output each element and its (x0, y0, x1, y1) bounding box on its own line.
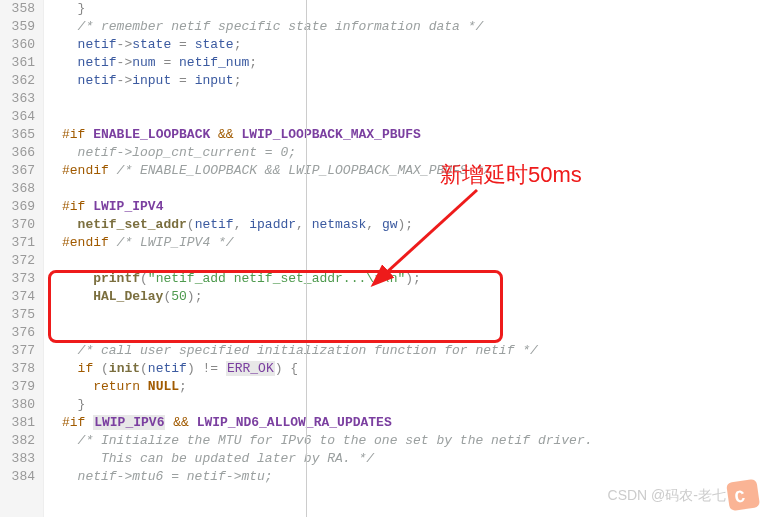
token: = (156, 55, 179, 70)
token: -> (117, 37, 133, 52)
code-line[interactable]: printf("netif_add netif_set_addr...\r\n"… (62, 270, 766, 288)
token: ; (179, 379, 187, 394)
code-line[interactable] (62, 306, 766, 324)
token: state (132, 37, 171, 52)
line-number: 371 (0, 234, 35, 252)
line-number: 381 (0, 414, 35, 432)
token: ); (187, 289, 203, 304)
code-line[interactable]: #if ENABLE_LOOPBACK && LWIP_LOOPBACK_MAX… (62, 126, 766, 144)
line-number: 372 (0, 252, 35, 270)
code-line[interactable]: #endif /* ENABLE_LOOPBACK && LWIP_LOOPBA… (62, 162, 766, 180)
token: if (62, 361, 101, 376)
line-number: 370 (0, 216, 35, 234)
code-line[interactable]: /* remember netif specific state informa… (62, 18, 766, 36)
line-number: 365 (0, 126, 35, 144)
code-line[interactable]: #if LWIP_IPV4 (62, 198, 766, 216)
token: #if (62, 199, 93, 214)
token: ; (234, 37, 242, 52)
token: netif (195, 217, 234, 232)
code-line[interactable]: HAL_Delay(50); (62, 288, 766, 306)
code-line[interactable] (62, 252, 766, 270)
code-line[interactable] (62, 180, 766, 198)
code-line[interactable]: netif->state = state; (62, 36, 766, 54)
code-line[interactable] (62, 108, 766, 126)
code-editor: 3583593603613623633643653663673683693703… (0, 0, 766, 517)
code-line[interactable]: netif_set_addr(netif, ipaddr, netmask, g… (62, 216, 766, 234)
token: ipaddr (249, 217, 296, 232)
token: state (195, 37, 234, 52)
token: 50 (171, 289, 187, 304)
token: NULL (148, 379, 179, 394)
token: input (195, 73, 234, 88)
line-number: 368 (0, 180, 35, 198)
line-number: 366 (0, 144, 35, 162)
annotation-text: 新增延时50ms (440, 160, 582, 190)
token: gw (382, 217, 398, 232)
watermark-text: CSDN @码农-老七 (608, 487, 726, 505)
token: netif (62, 37, 117, 52)
line-number: 362 (0, 72, 35, 90)
line-number: 378 (0, 360, 35, 378)
code-line[interactable]: /* Initialize the MTU for IPv6 to the on… (62, 432, 766, 450)
token: #if (62, 415, 93, 430)
token: && (210, 127, 241, 142)
code-line[interactable]: if (init(netif) != ERR_OK) { (62, 360, 766, 378)
token: , (296, 217, 312, 232)
token: netif (62, 73, 117, 88)
code-line[interactable]: /* call user specified initialization fu… (62, 342, 766, 360)
code-line[interactable]: netif->mtu6 = netif->mtu; (62, 468, 766, 486)
code-line[interactable]: #endif /* LWIP_IPV4 */ (62, 234, 766, 252)
token: , (234, 217, 250, 232)
code-line[interactable]: #if LWIP_IPV6 && LWIP_ND6_ALLOW_RA_UPDAT… (62, 414, 766, 432)
line-number: 382 (0, 432, 35, 450)
code-line[interactable]: netif->num = netif_num; (62, 54, 766, 72)
line-number: 360 (0, 36, 35, 54)
token: netif (62, 55, 117, 70)
line-number: 383 (0, 450, 35, 468)
token: netmask (312, 217, 367, 232)
code-line[interactable]: netif->input = input; (62, 72, 766, 90)
token: ( (140, 361, 148, 376)
line-number: 373 (0, 270, 35, 288)
token: ( (101, 361, 109, 376)
token: ( (187, 217, 195, 232)
token: ) (187, 361, 195, 376)
code-line[interactable]: netif->loop_cnt_current = 0; (62, 144, 766, 162)
code-line[interactable] (62, 90, 766, 108)
token: init (109, 361, 140, 376)
token: num (132, 55, 155, 70)
token: } (62, 1, 85, 16)
line-number: 358 (0, 0, 35, 18)
csdn-logo-icon: C (726, 475, 764, 513)
code-line[interactable]: } (62, 0, 766, 18)
token: printf (62, 271, 140, 286)
token: #endif (62, 163, 117, 178)
token: /* Initialize the MTU for IPv6 to the on… (62, 433, 593, 448)
token: This can be updated later by RA. */ (62, 451, 374, 466)
code-line[interactable]: return NULL; (62, 378, 766, 396)
token: netif (148, 361, 187, 376)
line-number: 376 (0, 324, 35, 342)
token: "netif_add netif_set_addr...\r\n" (148, 271, 405, 286)
code-line[interactable] (62, 324, 766, 342)
line-number: 380 (0, 396, 35, 414)
token: netif->mtu6 = netif->mtu; (62, 469, 273, 484)
token: #if (62, 127, 93, 142)
code-area[interactable]: } /* remember netif specific state infor… (44, 0, 766, 517)
token: ) { (275, 361, 298, 376)
token: = (171, 73, 194, 88)
token: LWIP_ND6_ALLOW_RA_UPDATES (197, 415, 392, 430)
token: LWIP_IPV6 (93, 415, 165, 430)
token: != (195, 361, 226, 376)
line-number: 367 (0, 162, 35, 180)
token: netif_set_addr (62, 217, 187, 232)
token: LWIP_IPV4 (93, 199, 163, 214)
token: -> (117, 73, 133, 88)
column-ruler (306, 0, 307, 517)
token: ); (405, 271, 421, 286)
code-line[interactable]: } (62, 396, 766, 414)
line-number: 369 (0, 198, 35, 216)
token: input (132, 73, 171, 88)
code-line[interactable]: This can be updated later by RA. */ (62, 450, 766, 468)
token: netif->loop_cnt_current = 0; (62, 145, 296, 160)
